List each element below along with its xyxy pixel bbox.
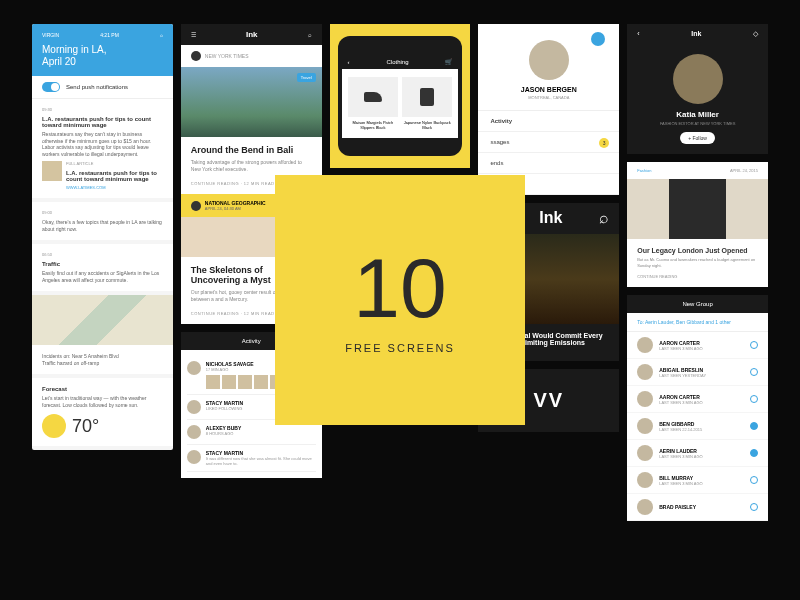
product-image[interactable]	[420, 88, 434, 106]
menu-icon[interactable]: ☰	[191, 31, 196, 38]
continue-reading[interactable]: CONTINUE READING	[627, 274, 768, 287]
contact-seen: LAST SEEN 3 MIN AGO	[659, 454, 703, 459]
contact-row[interactable]: BILL MURRAYLAST SEEN 3 MIN AGO	[627, 467, 768, 494]
toggle-label: Send push notifications	[66, 84, 128, 90]
screen-title: New Group	[682, 301, 712, 307]
feed-item[interactable]: STACY MARTINIt was different now that sh…	[187, 445, 316, 472]
briefing-time: 09:00	[42, 210, 163, 215]
time-label: 09:30	[42, 107, 163, 112]
incidents-text: Incidents on: Near 5 Anaheim Blvd Traffi…	[42, 353, 163, 366]
push-toggle[interactable]	[42, 82, 60, 92]
contact-name: BRAD PAISLEY	[659, 504, 696, 510]
contact-name: AARON CARTER	[659, 394, 703, 400]
avatar	[187, 425, 201, 439]
search-icon[interactable]: ⌕	[308, 32, 312, 38]
profile-location: MONTREAL, CANADA	[488, 95, 609, 100]
recipients[interactable]: Aerin Lauder, Ben Gibbard and 1 other	[645, 319, 731, 325]
screen-clothing: ‹Clothing🛒 Maison Margiela Patch Slipper…	[330, 24, 471, 168]
full-article-label: FULL ARTICLE	[66, 161, 163, 166]
traffic-text: Easily find out if any accidents or SigA…	[42, 270, 163, 283]
select-indicator[interactable]	[750, 503, 758, 511]
notification-badge: 3	[599, 138, 609, 148]
product-image[interactable]	[364, 92, 382, 102]
screen-new-group: New Group To: Aerin Lauder, Ben Gibbard …	[627, 295, 768, 521]
contact-name: AARON CARTER	[659, 340, 703, 346]
contact-row[interactable]: BEN GIBBARDLAST SEEN 22.14.2015	[627, 413, 768, 440]
screen-katia-profile: ‹Ink◇ Katia Miller FASHION EDITOR AT NEW…	[627, 24, 768, 154]
contact-name: ABIGAIL BRESLIN	[659, 367, 706, 373]
temperature: 70°	[72, 416, 99, 437]
select-indicator[interactable]	[750, 341, 758, 349]
promo-number: 10	[353, 246, 446, 330]
ink-logo: Ink	[539, 209, 562, 228]
product-name[interactable]: Maison Margiela Patch Slippers Black	[348, 120, 398, 130]
promo-label: FREE SCREENS	[345, 342, 455, 354]
select-indicator[interactable]	[750, 395, 758, 403]
forecast-text: Let's start in traditional way — with th…	[42, 395, 163, 408]
article-thumb	[42, 161, 62, 181]
avatar	[637, 337, 653, 353]
contact-seen: LAST SEEN 3 MIN AGO	[659, 400, 703, 405]
to-label: To:	[637, 319, 644, 325]
avatar[interactable]	[529, 40, 569, 80]
status-carrier: VIRGIN	[42, 32, 59, 38]
promo-overlay: 10 FREE SCREENS	[275, 175, 525, 425]
traffic-map[interactable]	[32, 295, 173, 345]
avatar[interactable]	[673, 54, 723, 104]
briefing-text: Okay, there's a few topics that people i…	[42, 219, 163, 232]
search-icon[interactable]: ⌕	[160, 32, 163, 38]
avatar	[637, 445, 653, 461]
category-link[interactable]: Fashion	[637, 168, 651, 173]
edit-icon[interactable]	[591, 32, 605, 46]
menu-item[interactable]: ends	[478, 153, 619, 174]
follow-button[interactable]: + Follow	[680, 132, 715, 144]
contact-row[interactable]: BRAD PAISLEY	[627, 494, 768, 521]
select-indicator[interactable]	[750, 449, 758, 457]
cart-icon[interactable]: 🛒	[445, 58, 452, 65]
menu-item[interactable]: Activity	[478, 111, 619, 132]
contact-row[interactable]: AERIN LAUDERLAST SEEN 3 MIN AGO	[627, 440, 768, 467]
bookmark-icon[interactable]: ◇	[753, 30, 758, 38]
screen-title: Clothing	[386, 59, 408, 65]
back-icon[interactable]: ‹	[637, 30, 639, 38]
select-indicator[interactable]	[750, 476, 758, 484]
article-excerpt: But as Mr. Cuomo and lawmakers reached a…	[627, 257, 768, 274]
contact-name: AERIN LAUDER	[659, 448, 703, 454]
search-icon[interactable]: ⌕	[599, 209, 609, 228]
contact-row[interactable]: AARON CARTERLAST SEEN 3 MIN AGO	[627, 386, 768, 413]
sun-icon	[42, 414, 66, 438]
publisher-icon	[191, 201, 201, 211]
publisher-name: NEW YORK TIMES	[205, 53, 249, 59]
profile-name: JASON BERGEN	[488, 86, 609, 93]
article-title[interactable]: Around the Bend in Bali	[181, 137, 322, 159]
back-icon[interactable]: ‹	[348, 59, 350, 65]
article-hero[interactable]	[627, 179, 768, 239]
article-date: APRIL 24, 2015	[730, 168, 758, 173]
profile-subtitle: FASHION EDITOR AT NEW YORK TIMES	[637, 121, 758, 126]
sub-headline[interactable]: L.A. restaurants push for tips to count …	[66, 170, 163, 182]
contact-seen: LAST SEEN 3 MIN AGO	[659, 346, 703, 351]
screen-la-morning: VIRGIN4:21 PM⌕ Morning in LA, April 20 S…	[32, 24, 173, 450]
publish-date: APRIL 24, 04:30 AM	[205, 206, 266, 211]
avatar	[637, 472, 653, 488]
select-indicator[interactable]	[750, 368, 758, 376]
contact-row[interactable]: ABIGAIL BRESLINLAST SEEN YESTERDAY	[627, 359, 768, 386]
avatar	[637, 499, 653, 515]
news-body: Restaurateurs say they can't stay in bus…	[42, 131, 163, 157]
product-name[interactable]: Japanese Nylon Backpack Black	[402, 120, 452, 130]
article-hero[interactable]: Travel	[181, 67, 322, 137]
screen-legacy-article: FashionAPRIL 24, 2015 Our Legacy London …	[627, 162, 768, 287]
contact-row[interactable]: AARON CARTERLAST SEEN 3 MIN AGO	[627, 332, 768, 359]
select-indicator[interactable]	[750, 422, 758, 430]
menu-item[interactable]: ssages3	[478, 132, 619, 153]
article-title[interactable]: Our Legacy London Just Opened	[627, 239, 768, 257]
screen-profile: JASON BERGEN MONTREAL, CANADA Activityss…	[478, 24, 619, 195]
contact-seen: LAST SEEN 3 MIN AGO	[659, 481, 703, 486]
category-badge[interactable]: Travel	[297, 73, 316, 82]
news-source[interactable]: WWW.LATIMES.COM	[66, 185, 163, 190]
profile-name: Katia Miller	[637, 110, 758, 119]
status-time: 4:21 PM	[100, 32, 119, 38]
feed-time: 8 HOURS AGO	[206, 431, 316, 436]
screen-title: Activity	[242, 338, 261, 344]
ink-logo: Ink	[246, 30, 258, 39]
